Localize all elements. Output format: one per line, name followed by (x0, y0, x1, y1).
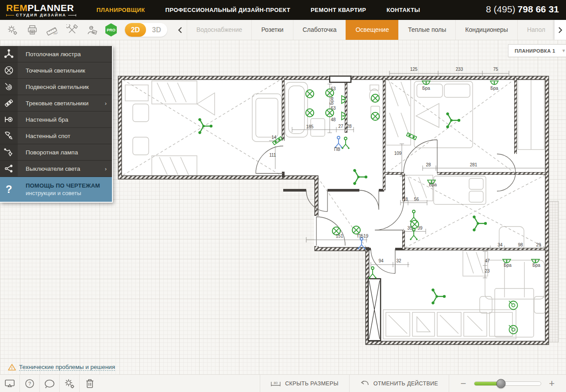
tabs-scroll-right-icon[interactable] (554, 20, 566, 40)
sidebar-item-5[interactable]: Настенный спот (0, 128, 112, 144)
sidebar-item-3[interactable]: Трековые светильники› (0, 95, 112, 111)
chevron-right-icon: › (105, 100, 107, 107)
tab-теплые полы[interactable]: Теплые полы (398, 20, 455, 40)
tab-напол[interactable]: Напол (517, 20, 554, 40)
light-spot[interactable] (306, 109, 314, 117)
sidebar-item-label: Подвесной светильник (26, 84, 112, 90)
dimension-label: 27 (338, 124, 343, 129)
logo-subtitle: СТУДИЯ ДИЗАЙНА (6, 13, 76, 17)
tab-кондиционеры[interactable]: Кондиционеры (455, 20, 517, 40)
help-icon[interactable]: ? (20, 375, 40, 392)
sidebar-item-6[interactable]: Поворотная лампа (0, 144, 112, 161)
chandelier-icon (0, 46, 18, 62)
dimension-label: 75 (493, 67, 498, 72)
zoom-slider[interactable] (474, 381, 541, 386)
view-3d-button[interactable]: 3D (146, 23, 167, 37)
light-spot[interactable] (371, 112, 379, 120)
dimension-label: 63 (331, 86, 336, 91)
settings-icon[interactable] (60, 375, 80, 392)
foreman-icon[interactable] (85, 23, 100, 38)
sidebar-item-label: Точечный светильник (26, 67, 112, 74)
dimension-label: Бра (329, 97, 334, 105)
dimension-label: 34 (497, 242, 503, 247)
area-icon[interactable]: m² (45, 23, 60, 38)
footer-right: 80 СКРЫТЬ РАЗМЕРЫ ОТМЕНИТЬ ДЕЙСТВИЕ − + (260, 375, 566, 392)
sidebar-item-label: Выключатели света (26, 165, 105, 172)
nav-item-2[interactable]: РЕМОНТ КВАРТИР (311, 7, 366, 13)
footer-icons: ? (0, 375, 100, 392)
logo-title: REMPLANNER (6, 3, 76, 12)
sidebar-item-label: Настенный спот (26, 133, 112, 139)
nav-item-1[interactable]: ПРОФЕССИОНАЛЬНЫЙ ДИЗАЙН-ПРОЕКТ (166, 7, 290, 13)
logo-dash-right (68, 15, 76, 15)
chat-icon[interactable] (40, 375, 60, 392)
track-icon (0, 95, 18, 111)
svg-text:?: ? (28, 381, 31, 386)
dimension-label: 47 (485, 258, 490, 263)
undo-icon (360, 380, 369, 387)
lighting-sidebar: Потолочная люстраТочечный светильникПодв… (0, 46, 113, 203)
svg-text:!: ! (12, 366, 13, 370)
tab-розетки[interactable]: Розетки (251, 20, 293, 40)
dimension-label: 109 (394, 151, 402, 156)
light-spot[interactable] (371, 94, 379, 102)
section-tabs: ВодоснабжениеРозеткиСлаботочкаОсвещениеТ… (187, 20, 554, 40)
phone-number[interactable]: 8 (495)798 66 31 (486, 4, 559, 15)
sidebar-item-4[interactable]: Настенный бра (0, 111, 112, 128)
zoom-slider-knob[interactable] (497, 379, 506, 388)
dimension-label: 151 (336, 234, 343, 238)
dimension-label: 94 (378, 258, 384, 263)
tab-освещение[interactable]: Освещение (346, 20, 398, 40)
zoom-out-button[interactable]: − (458, 379, 469, 388)
zoom-control: − + (449, 375, 566, 392)
nav-item-0[interactable]: ПЛАНИРОВЩИК (96, 7, 145, 13)
hide-dimensions-button[interactable]: 80 СКРЫТЬ РАЗМЕРЫ (260, 375, 349, 392)
sidebar-item-label: Потолочная люстра (26, 51, 112, 58)
sidebar-item-0[interactable]: Потолочная люстра (0, 46, 112, 62)
dimension-label: 28 (426, 162, 431, 167)
zoom-in-button[interactable]: + (547, 379, 557, 388)
toolbar-icons: m² (0, 23, 100, 38)
print-icon[interactable] (25, 23, 40, 38)
pro-badge[interactable]: PRO (104, 23, 118, 37)
main-nav: ПЛАНИРОВЩИКПРОФЕССИОНАЛЬНЫЙ ДИЗАЙН-ПРОЕК… (96, 7, 440, 13)
spotlight-icon (0, 62, 18, 78)
dimension-label: Бра (429, 182, 437, 187)
settings-icon[interactable] (5, 23, 20, 38)
dimension-label: Бра (490, 86, 498, 91)
dimension-label: Бра (532, 263, 540, 268)
dimension-label: 28 (347, 124, 352, 129)
dimension-label: Бра (504, 263, 512, 268)
wallspot-icon (0, 128, 18, 144)
layout-selector[interactable]: ПЛАНИРОВКА 1 ▼ (508, 44, 566, 57)
trash-icon[interactable] (80, 375, 100, 392)
remplanner-logo[interactable]: REMPLANNER СТУДИЯ ДИЗАЙНА (6, 3, 76, 17)
tools-icon[interactable] (65, 23, 80, 38)
sidebar-item-2[interactable]: Подвесной светильник (0, 79, 112, 95)
dimension-label: 29 (536, 242, 541, 247)
tech-problems-link[interactable]: ! Технические проблемы и решения (8, 364, 115, 371)
light-switch-icon (0, 161, 18, 177)
dimension-label: 35 (407, 226, 412, 231)
sidebar-item-7[interactable]: Выключатели света› (0, 161, 112, 177)
chevron-down-icon: ▼ (562, 48, 566, 53)
chevron-right-icon: › (105, 165, 107, 172)
bottom-toolbar: ? 80 СКРЫТЬ РАЗМЕРЫ ОТМЕНИТЬ ДЕЙСТВИЕ − (0, 374, 566, 392)
nav-item-3[interactable]: КОНТАКТЫ (386, 7, 420, 13)
tab-водоснабжение[interactable]: Водоснабжение (187, 20, 252, 40)
undo-button[interactable]: ОТМЕНИТЬ ДЕЙСТВИЕ (349, 375, 449, 392)
bra-icon (0, 111, 18, 127)
tabs-scroll-left-icon[interactable] (173, 20, 187, 40)
light-spot[interactable] (306, 90, 314, 98)
light-spot[interactable] (352, 226, 360, 234)
swivel-lamp-icon (0, 144, 18, 160)
view-2d-button[interactable]: 2D (125, 23, 146, 37)
vent-shaft-top (330, 76, 351, 82)
present-icon[interactable] (0, 375, 20, 392)
dimension-label: 32 (396, 258, 401, 263)
sidebar-item-1[interactable]: Точечный светильник (0, 62, 112, 79)
sidebar-help-item[interactable]: ? ПОМОЩЬ ПО ЧЕРТЕЖАМ инструкции и советы (0, 177, 112, 202)
dimension-label: 14 (271, 135, 277, 140)
sidebar-item-label: Трековые светильники (26, 100, 105, 107)
tab-слаботочка[interactable]: Слаботочка (293, 20, 346, 40)
